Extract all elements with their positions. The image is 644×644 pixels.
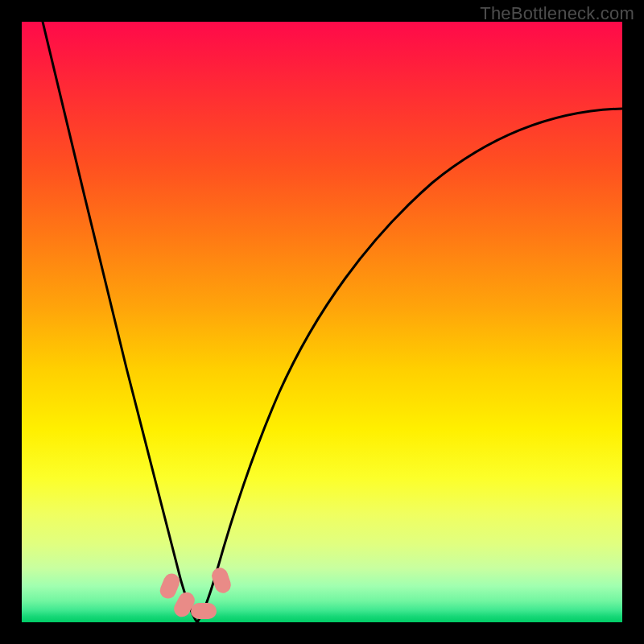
bottleneck-curve-left: [43, 22, 197, 622]
chart-frame: TheBottleneck.com: [0, 0, 644, 644]
bottleneck-curve-right: [197, 109, 622, 622]
marker-point: [191, 603, 217, 619]
curve-layer: [22, 22, 622, 622]
marker-point: [210, 566, 233, 596]
plot-area: [22, 22, 622, 622]
marker-cluster: [158, 566, 233, 620]
watermark-text: TheBottleneck.com: [480, 3, 634, 24]
